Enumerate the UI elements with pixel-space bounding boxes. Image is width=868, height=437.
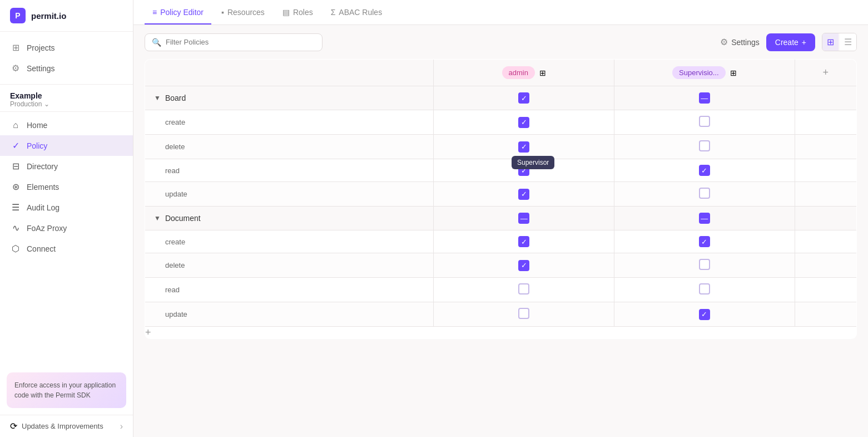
- sidebar-footer[interactable]: ⟳ Updates & Improvements ›: [0, 415, 133, 437]
- document-create-admin-cell: ✓: [434, 230, 614, 253]
- table-row: ▼ Board ✓ —: [145, 86, 857, 110]
- document-create-supervisor-cell: ✓: [614, 230, 795, 253]
- admin-column-header: admin ⊞: [434, 60, 614, 86]
- document-delete-name-cell: delete: [145, 253, 434, 278]
- tab-bar: ≡ Policy Editor ▪ Resources ▤ Roles Σ AB…: [133, 0, 868, 25]
- sidebar-item-connect[interactable]: ⬡ Connect: [0, 238, 133, 259]
- admin-role-pill: admin: [502, 66, 535, 79]
- board-update-admin-checkbox[interactable]: ✓: [518, 189, 529, 200]
- search-input[interactable]: [166, 38, 315, 46]
- board-update-supervisor-checkbox[interactable]: [699, 188, 710, 199]
- sidebar-item-elements[interactable]: ⊛ Elements: [0, 176, 133, 197]
- document-update-supervisor-checkbox[interactable]: ✓: [699, 309, 710, 320]
- board-create-supervisor-checkbox[interactable]: [699, 116, 710, 127]
- document-create-admin-checkbox[interactable]: ✓: [518, 236, 529, 247]
- abac-tab-icon: Σ: [331, 8, 336, 17]
- tab-policy-editor[interactable]: ≡ Policy Editor: [145, 0, 211, 24]
- board-read-admin-cell: ✓: [434, 159, 614, 182]
- sidebar-nav-label-projects: Projects: [27, 43, 55, 52]
- sidebar-item-settings[interactable]: ⚙ Settings: [0, 58, 133, 78]
- grid-view-toggle[interactable]: ⊞: [822, 33, 839, 51]
- create-plus-icon: +: [802, 38, 806, 47]
- tab-roles[interactable]: ▤ Roles: [275, 0, 321, 24]
- admin-role-header: admin ⊞: [434, 60, 614, 86]
- foaz-proxy-icon: ∿: [10, 223, 21, 233]
- document-delete-admin-checkbox[interactable]: ✓: [518, 260, 529, 271]
- projects-icon: ⊞: [10, 42, 21, 53]
- toolbar: 🔍 ⚙ Settings Create + ⊞ ☰: [133, 25, 868, 59]
- sidebar-menu: ⌂ Home ✓ Policy ⊟ Directory ⊛ Elements ☰…: [0, 112, 133, 366]
- sidebar-nav-top: ⊞ Projects ⚙ Settings: [0, 32, 133, 85]
- logo-box: P: [10, 8, 26, 23]
- footer-chevron-icon: ›: [120, 421, 123, 431]
- document-delete-add-cell: [795, 253, 856, 278]
- document-delete-supervisor-checkbox[interactable]: [699, 259, 710, 270]
- main-content: ≡ Policy Editor ▪ Resources ▤ Roles Σ AB…: [133, 0, 868, 437]
- supervisor-role-header: Supervisio... ⊞: [614, 60, 795, 86]
- document-read-admin-cell: [434, 278, 614, 302]
- board-update-name-cell: update: [145, 182, 434, 207]
- sidebar-item-foaz-proxy[interactable]: ∿ FoAz Proxy: [0, 218, 133, 238]
- create-button[interactable]: Create +: [766, 33, 815, 51]
- workspace-chevron-icon[interactable]: ⌄: [44, 100, 49, 108]
- document-read-add-cell: [795, 278, 856, 302]
- add-role-column-header: +: [795, 60, 856, 86]
- board-update-add-cell: [795, 182, 856, 207]
- sidebar-item-directory[interactable]: ⊟ Directory: [0, 156, 133, 176]
- document-admin-summary-cell: —: [434, 207, 614, 230]
- board-admin-summary-cell: ✓: [434, 86, 614, 110]
- board-chevron-icon[interactable]: ▼: [154, 94, 161, 102]
- sidebar-item-policy[interactable]: ✓ Policy: [0, 135, 133, 156]
- document-supervisor-summary-checkbox[interactable]: —: [699, 213, 710, 224]
- document-read-supervisor-checkbox[interactable]: [699, 283, 710, 294]
- board-resource-cell: ▼ Board: [145, 86, 434, 110]
- board-delete-supervisor-checkbox[interactable]: [699, 140, 710, 151]
- sidebar-menu-label-policy: Policy: [27, 141, 47, 150]
- workspace-env: Production ⌄: [10, 100, 123, 108]
- board-read-supervisor-checkbox[interactable]: ✓: [699, 165, 710, 176]
- sidebar-promo: Enforce access in your application code …: [7, 372, 126, 408]
- document-read-admin-checkbox[interactable]: [518, 283, 529, 294]
- create-label: Create: [775, 38, 798, 47]
- resources-tab-icon: ▪: [221, 8, 224, 17]
- settings-button[interactable]: ⚙ Settings: [720, 37, 760, 47]
- settings-label: Settings: [731, 38, 760, 47]
- sidebar-item-home[interactable]: ⌂ Home: [0, 115, 133, 135]
- document-update-admin-checkbox[interactable]: [518, 308, 529, 319]
- supervisor-role-options-icon[interactable]: ⊞: [730, 68, 737, 77]
- list-view-toggle[interactable]: ☰: [840, 33, 856, 51]
- document-chevron-icon[interactable]: ▼: [154, 214, 161, 222]
- tab-abac-rules[interactable]: Σ ABAC Rules: [323, 0, 390, 24]
- table-row: read ✓ ✓: [145, 159, 857, 182]
- sidebar-logo: P permit.io: [0, 0, 133, 32]
- document-admin-summary-checkbox[interactable]: —: [518, 213, 529, 224]
- sidebar-menu-label-foaz-proxy: FoAz Proxy: [27, 224, 67, 233]
- table-row: update ✓: [145, 182, 857, 207]
- search-icon: 🔍: [152, 38, 161, 47]
- sidebar-item-projects[interactable]: ⊞ Projects: [0, 37, 133, 58]
- document-update-add-cell: [795, 302, 856, 327]
- search-box[interactable]: 🔍: [145, 33, 323, 51]
- board-add-cell: [795, 86, 856, 110]
- table-row: create ✓ ✓: [145, 230, 857, 253]
- add-resource-button[interactable]: +: [145, 327, 857, 339]
- document-create-supervisor-checkbox[interactable]: ✓: [699, 236, 710, 247]
- add-role-button[interactable]: +: [795, 60, 856, 85]
- roles-tab-icon: ▤: [282, 8, 290, 17]
- board-read-admin-checkbox[interactable]: ✓: [518, 165, 529, 176]
- sidebar-menu-label-connect: Connect: [27, 244, 56, 253]
- tab-resources[interactable]: ▪ Resources: [214, 0, 272, 24]
- board-delete-supervisor-cell: [614, 135, 795, 159]
- board-supervisor-summary-checkbox[interactable]: —: [699, 92, 710, 104]
- board-update-supervisor-cell: [614, 182, 795, 207]
- supervisor-role-pill: Supervisio...: [672, 66, 726, 79]
- board-delete-admin-checkbox[interactable]: ✓: [518, 141, 529, 153]
- promo-text: Enforce access in your application code …: [14, 381, 116, 399]
- board-admin-summary-checkbox[interactable]: ✓: [518, 92, 529, 104]
- board-read-name-cell: read: [145, 159, 434, 182]
- board-create-admin-checkbox[interactable]: ✓: [518, 117, 529, 128]
- sidebar-item-audit-log[interactable]: ☰ Audit Log: [0, 197, 133, 218]
- admin-role-options-icon[interactable]: ⊞: [539, 68, 546, 77]
- board-update-admin-cell: ✓: [434, 182, 614, 207]
- board-supervisor-summary-cell: —: [614, 86, 795, 110]
